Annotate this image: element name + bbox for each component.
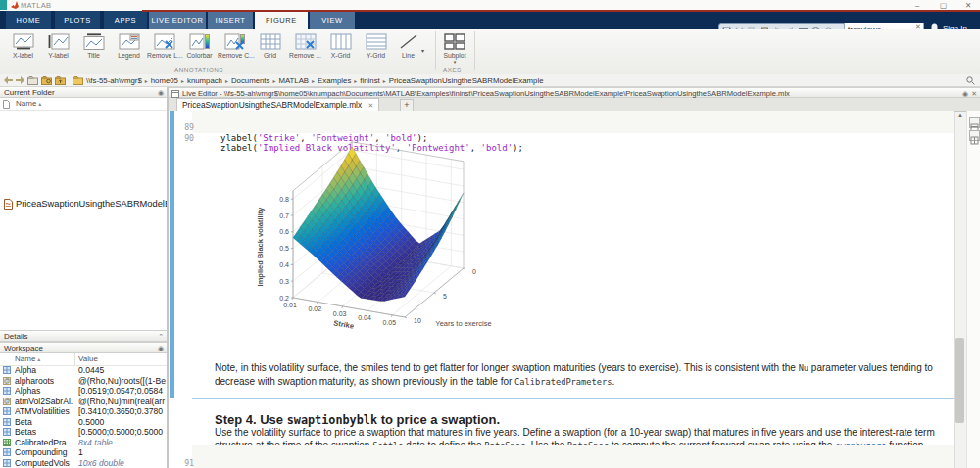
- breadcrumb-part[interactable]: Examples: [318, 76, 351, 85]
- step4-heading[interactable]: Step 4. Use swaptionbyblk to price a swa…: [215, 412, 500, 427]
- annotations-gallery-dropdown[interactable]: ▾: [421, 47, 424, 54]
- workspace-row[interactable]: Compounding1: [0, 447, 167, 458]
- breadcrumb-part[interactable]: \\fs-55-ah\vmgr$: [86, 76, 142, 85]
- title-button[interactable]: Title: [76, 32, 111, 70]
- ylabel-button[interactable]: Y-label: [41, 32, 75, 70]
- remove-colorbar-button[interactable]: Remove C...: [218, 32, 252, 70]
- tab-figure[interactable]: FIGURE: [255, 11, 308, 29]
- back-arrow-icon[interactable]: [4, 76, 13, 84]
- svg-text:@: @: [4, 377, 11, 384]
- breadcrumb-part[interactable]: MATLAB: [278, 76, 309, 85]
- file-column-icon: [3, 100, 10, 109]
- remove-grid-button[interactable]: Remove ...: [288, 32, 322, 70]
- address-bar: \\fs-55-ah\vmgr$▸ home05▸ knumpach▸ Docu…: [0, 74, 980, 87]
- svg-text:Strike: Strike: [333, 318, 355, 330]
- tab-insert[interactable]: INSERT: [208, 11, 253, 29]
- restore-button[interactable]: ▢: [940, 1, 947, 10]
- xlabel-button[interactable]: X-label: [6, 32, 40, 70]
- legend-button[interactable]: Legend: [112, 32, 146, 70]
- svg-text:@: @: [4, 398, 11, 404]
- svg-text:0.2: 0.2: [279, 295, 289, 302]
- workspace-row[interactable]: @alpharoots@(Rho,Nu)roots([(1-Be: [0, 376, 167, 387]
- current-folder-name-column-header[interactable]: Name▴: [0, 98, 167, 111]
- sort-asc-icon: ▴: [38, 101, 41, 107]
- breadcrumb-part[interactable]: PriceaSwaptionUsingtheSABRModelExample: [389, 76, 544, 85]
- y-grid-button[interactable]: Y-Grid: [359, 32, 393, 70]
- svg-text:0.8: 0.8: [279, 196, 289, 203]
- breadcrumb-part[interactable]: Documents: [231, 76, 270, 85]
- editor-tab-bar: PriceaSwaptionUsingtheSABRModelExample.m…: [169, 98, 980, 112]
- tab-live-editor[interactable]: LIVE EDITOR: [149, 11, 206, 29]
- scroll-up-icon[interactable]: ▲: [955, 112, 966, 117]
- column-divider[interactable]: [74, 353, 75, 365]
- code-line[interactable]: 91 % Define the swaption: [169, 448, 943, 459]
- subplot-dropdown-arrow[interactable]: ▾: [438, 59, 471, 65]
- contextual-tab-highlight: [142, 10, 980, 12]
- subplot-button[interactable]: Subplot ▾: [438, 32, 471, 70]
- svg-text:0.4: 0.4: [279, 261, 289, 268]
- code-line[interactable]: 89 ylabel('Strike', 'Fontweight', 'bold'…: [169, 113, 943, 123]
- file-item[interactable]: PriceaSwaptionUsingtheSABRModelE...: [0, 198, 167, 211]
- close-button[interactable]: ✕: [965, 1, 971, 10]
- workspace-panel-header: Workspace ◉: [0, 342, 167, 353]
- current-folder-panel-header: Current Folder ◉: [0, 87, 167, 98]
- workspace-row[interactable]: ComputedVols10x6 double: [0, 458, 167, 468]
- breadcrumb-separator-icon: ▸: [181, 77, 184, 84]
- workspace-row[interactable]: @atmVol2SabrAl...@(Rho,Nu)min(real(arr: [0, 397, 167, 407]
- details-panel-header[interactable]: Details ⌃: [0, 330, 167, 342]
- matrix-icon: [3, 428, 11, 436]
- svg-text:0.04: 0.04: [358, 314, 371, 321]
- breadcrumb-part[interactable]: home05: [151, 76, 178, 85]
- note-paragraph[interactable]: Note, in this volatility surface, the sm…: [215, 361, 954, 389]
- workspace-row[interactable]: ATMVolatilities[0.3410;0.3650;0.3780: [0, 406, 167, 417]
- panel-menu-icon[interactable]: ◉: [158, 87, 164, 98]
- tab-apps[interactable]: APPS: [104, 11, 147, 29]
- collapse-icon[interactable]: ⌃: [158, 331, 164, 342]
- forward-arrow-icon[interactable]: [16, 76, 24, 84]
- breadcrumb-separator-icon: ▸: [225, 77, 228, 84]
- panel-menu-icon[interactable]: ◉: [158, 343, 164, 353]
- current-folder-icon: [73, 76, 83, 85]
- xlabel-icon: [13, 33, 34, 50]
- subplot-icon: [444, 33, 466, 50]
- svg-text:0.5: 0.5: [279, 245, 289, 252]
- workspace-row[interactable]: Beta0.5000: [0, 417, 167, 428]
- show-code-toggle[interactable]: [969, 117, 980, 128]
- surface-plot-svg: 0.20.30.40.50.60.70.80.010.020.030.040.0…: [238, 137, 508, 351]
- browse-folder-icon[interactable]: [41, 76, 52, 85]
- scrollbar-thumb[interactable]: [956, 338, 964, 423]
- code-line[interactable]: 92 SwaptionSettle = '12-Jun-2013';: [169, 459, 943, 468]
- close-tab-icon[interactable]: ✕: [368, 102, 373, 109]
- remove-legend-button[interactable]: Remove L...: [147, 32, 181, 70]
- code-line[interactable]: 90 zlabel('Implied Black volatility', 'F…: [169, 122, 943, 133]
- x-grid-icon: [330, 33, 352, 50]
- line-button[interactable]: Line: [391, 32, 425, 70]
- matrix-icon: [3, 387, 11, 395]
- grid-icon: [260, 33, 281, 50]
- svg-text:0.7: 0.7: [279, 212, 289, 219]
- breadcrumb-part[interactable]: knumpach: [187, 76, 222, 85]
- y-grid-icon: [366, 33, 387, 50]
- colorbar-button[interactable]: Colorbar: [182, 32, 217, 70]
- x-grid-button[interactable]: X-Grid: [323, 32, 358, 70]
- editor-tab[interactable]: PriceaSwaptionUsingtheSABRModelExample.m…: [176, 98, 379, 112]
- workspace-row[interactable]: Alpha0.0445: [0, 365, 167, 376]
- workspace-row[interactable]: Betas[0.5000;0.5000;0.5000: [0, 427, 167, 438]
- breadcrumb-separator-icon: ▸: [272, 77, 275, 84]
- tab-view[interactable]: VIEW: [310, 11, 355, 29]
- matrix-icon: [3, 407, 11, 415]
- workspace-row[interactable]: Alphas[0.0519;0.0547;0.0584: [0, 386, 167, 397]
- grid-button[interactable]: Grid: [253, 32, 287, 70]
- minimize-button[interactable]: –: [915, 1, 919, 10]
- volatility-surface-figure[interactable]: 0.20.30.40.50.60.70.80.010.020.030.040.0…: [238, 137, 508, 351]
- tab-plots[interactable]: PLOTS: [55, 11, 100, 29]
- tab-home[interactable]: HOME: [6, 11, 51, 29]
- workspace-row[interactable]: CalibratedPra...8x4 table: [0, 438, 167, 448]
- editor-scrollbar[interactable]: ▲: [954, 112, 966, 468]
- breadcrumb-part[interactable]: fininst: [360, 76, 379, 85]
- app-title: MATLAB: [21, 1, 51, 10]
- show-output-toggle[interactable]: [969, 130, 980, 141]
- folder-up-icon[interactable]: [55, 76, 66, 85]
- up-folder-icon[interactable]: [27, 76, 38, 85]
- live-editor-panel-header: Live Editor - \\fs-55-ah\vmgr$\home05\kn…: [169, 87, 980, 98]
